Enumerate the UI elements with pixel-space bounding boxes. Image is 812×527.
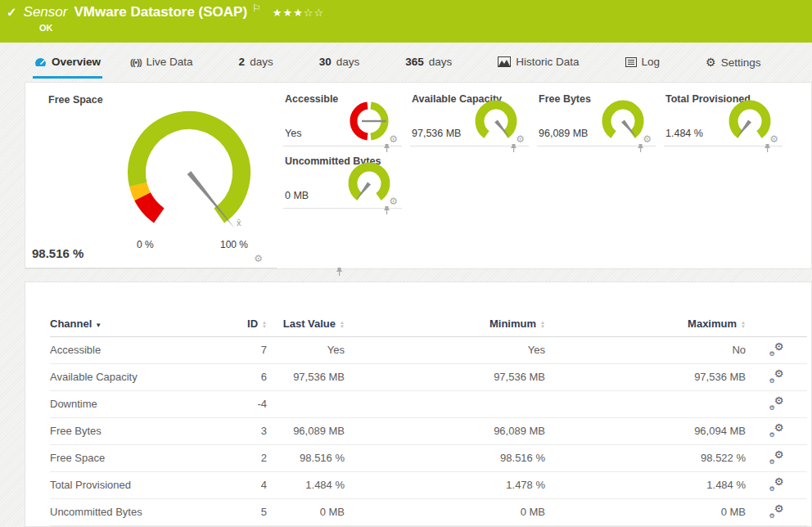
- stars-empty[interactable]: ☆☆: [304, 7, 324, 19]
- edit-channel-gears-icon[interactable]: ⚙⚙: [769, 477, 784, 490]
- mini-gauge-grid: Accessible Yes ⚙ Available Capacity 97,5…: [283, 91, 783, 209]
- panel-gear-icon[interactable]: ⚙: [643, 135, 652, 143]
- status-badge: OK: [39, 23, 53, 33]
- table-row[interactable]: Uncommitted Bytes 5 0 MB 0 MB 0 MB ⚙⚙: [50, 498, 807, 525]
- cell-minimum: 1.478 %: [345, 471, 545, 498]
- cell-id: 2: [189, 444, 267, 471]
- gauge-icon: [34, 56, 47, 67]
- gauge-value: 98.516 %: [32, 246, 83, 260]
- column-label: Channel: [50, 318, 92, 330]
- cell-minimum: 97,536 MB: [345, 363, 545, 390]
- cell-minimum: Yes: [345, 336, 545, 363]
- cell-last-value: Yes: [267, 336, 345, 363]
- cell-channel: Total Provisioned: [50, 471, 189, 498]
- panel-gear-icon[interactable]: ⚙: [254, 254, 263, 263]
- cell-last-value: 96,089 MB: [267, 417, 345, 444]
- table-row[interactable]: Available Capacity 6 97,536 MB 97,536 MB…: [50, 363, 807, 390]
- gauge-panel-free-space: Free Space x̄ 0 % 100 % 98.516 % ⚙: [25, 83, 277, 268]
- column-label: ID: [247, 318, 258, 330]
- cell-minimum: [345, 390, 545, 417]
- gauge-title: Accessible: [285, 93, 338, 105]
- panel-gear-icon[interactable]: ⚙: [389, 197, 398, 205]
- column-label: Maximum: [688, 318, 737, 330]
- tab-2-days[interactable]: 2 days: [237, 51, 275, 76]
- tab-live-data[interactable]: ((•)) Live Data: [129, 51, 195, 76]
- edit-channel-gears-icon[interactable]: ⚙⚙: [769, 369, 784, 382]
- cell-maximum: 1.484 %: [545, 471, 746, 498]
- table-row[interactable]: Free Space 2 98.516 % 98.516 % 98.522 % …: [50, 444, 807, 471]
- status-check-icon: ✓: [7, 5, 17, 20]
- overview-gauges-card: Free Space x̄ 0 % 100 % 98.516 % ⚙ Acces…: [25, 82, 812, 269]
- tab-bar: Overview ((•)) Live Data 2 days 30 days …: [33, 51, 810, 79]
- cell-id: 5: [189, 498, 267, 525]
- table-row[interactable]: Accessible 7 Yes Yes No ⚙⚙: [50, 336, 807, 363]
- tab-2-days-label: days: [250, 56, 273, 68]
- sort-icon: ▲▼: [741, 321, 746, 329]
- column-label: Minimum: [489, 318, 536, 330]
- stars-filled[interactable]: ★★★: [273, 7, 304, 19]
- gauge-max-label: 100 %: [220, 239, 248, 250]
- edit-channel-gears-icon[interactable]: ⚙⚙: [769, 423, 784, 436]
- column-label: Last Value: [283, 318, 336, 330]
- tab-log[interactable]: Log: [624, 51, 662, 76]
- gauge-value: 97,536 MB: [412, 128, 461, 139]
- mean-marker: x̄: [237, 218, 241, 227]
- flag-icon[interactable]: ⚐: [252, 2, 261, 14]
- cell-channel: Free Bytes: [50, 417, 189, 444]
- tab-365-days-number: 365: [405, 56, 424, 68]
- sensor-status-header: ✓ Sensor VMware Datastore (SOAP) ⚐ ★★★☆☆…: [0, 0, 812, 43]
- historic-chart-icon: [498, 56, 511, 67]
- tab-2-days-number: 2: [239, 56, 246, 68]
- tab-30-days[interactable]: 30 days: [318, 51, 362, 76]
- column-header-id[interactable]: ID▲▼: [189, 312, 267, 336]
- tab-overview-label: Overview: [52, 56, 101, 68]
- object-kind-label: Sensor: [24, 4, 68, 20]
- gauge-panel-total-provisioned: Total Provisioned 1.484 % ⚙: [664, 91, 783, 146]
- edit-channel-gears-icon[interactable]: ⚙⚙: [769, 396, 784, 409]
- gauge-min-label: 0 %: [137, 239, 154, 250]
- cell-minimum: 96,089 MB: [345, 417, 545, 444]
- edit-channel-gears-icon[interactable]: ⚙⚙: [769, 504, 784, 517]
- available-capacity-gauge: [473, 99, 519, 145]
- cell-channel: Accessible: [50, 336, 189, 363]
- column-header-last-value[interactable]: Last Value▲▼: [267, 312, 345, 336]
- cell-last-value: [267, 390, 345, 417]
- table-header-row: Channel▼ ID▲▼ Last Value▲▼ Minimum▲▼ Max…: [50, 312, 807, 336]
- tab-365-days-label: days: [429, 56, 453, 68]
- cell-maximum: 97,536 MB: [545, 363, 746, 390]
- tab-365-days[interactable]: 365 days: [404, 51, 453, 76]
- cell-maximum: No: [545, 336, 746, 363]
- tab-historic-data[interactable]: Historic Data: [496, 51, 580, 76]
- accessible-gauge: [346, 99, 392, 145]
- total-provisioned-gauge: [727, 99, 773, 145]
- table-row[interactable]: Total Provisioned 4 1.484 % 1.478 % 1.48…: [50, 471, 807, 498]
- column-header-channel[interactable]: Channel▼: [50, 312, 189, 336]
- edit-channel-gears-icon[interactable]: ⚙⚙: [769, 450, 784, 463]
- column-header-minimum[interactable]: Minimum▲▼: [345, 312, 545, 336]
- gauge-title: Free Bytes: [539, 93, 591, 105]
- gauge-value: 0 MB: [285, 190, 309, 201]
- log-icon: [625, 57, 637, 67]
- priority-stars[interactable]: ★★★☆☆: [273, 7, 324, 19]
- cell-last-value: 97,536 MB: [267, 363, 345, 390]
- cell-maximum: 98.522 %: [545, 444, 746, 471]
- table-row[interactable]: Free Bytes 3 96,089 MB 96,089 MB 96,094 …: [50, 417, 807, 444]
- sort-icon: ▲▼: [262, 321, 267, 329]
- tab-overview[interactable]: Overview: [33, 51, 102, 79]
- cell-id: -4: [189, 390, 267, 417]
- column-header-maximum[interactable]: Maximum▲▼: [545, 312, 746, 336]
- gauge-panel-available-capacity: Available Capacity 97,536 MB ⚙: [410, 91, 529, 146]
- free-space-gauge: [107, 95, 271, 234]
- gauge-panel-uncommitted-bytes: Uncommitted Bytes 0 MB ⚙: [283, 153, 402, 209]
- gauge-title: Free Space: [48, 94, 103, 106]
- cell-maximum: 96,094 MB: [545, 417, 746, 444]
- panel-gear-icon[interactable]: ⚙: [769, 135, 778, 143]
- edit-channel-gears-icon[interactable]: ⚙⚙: [769, 342, 784, 355]
- live-data-icon: ((•)): [130, 57, 142, 67]
- panel-gear-icon[interactable]: ⚙: [516, 135, 525, 143]
- table-row[interactable]: Downtime -4 ⚙⚙: [50, 390, 807, 417]
- panel-gear-icon[interactable]: ⚙: [389, 135, 398, 143]
- uncommitted-bytes-gauge: [346, 161, 392, 207]
- tab-settings[interactable]: ⚙ Settings: [704, 51, 762, 77]
- gauge-value: 1.484 %: [665, 128, 703, 139]
